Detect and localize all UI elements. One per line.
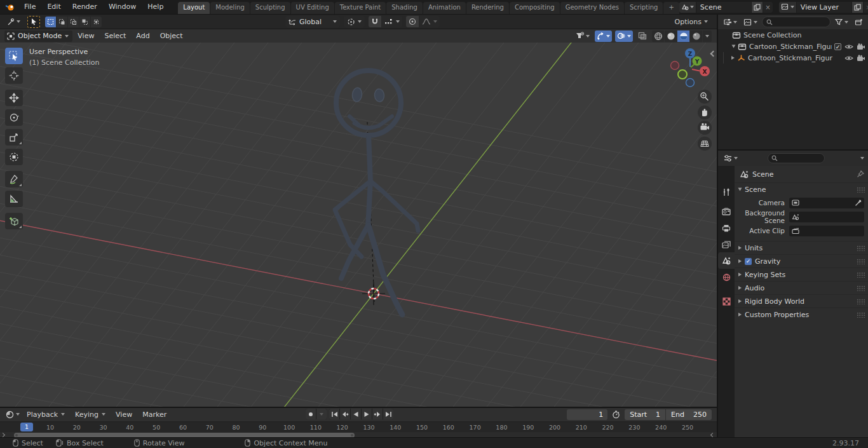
view-layer-new-button[interactable] xyxy=(852,2,863,13)
timeline-menu-playback[interactable]: Playback xyxy=(22,411,70,419)
timeline-menu-marker[interactable]: Marker xyxy=(137,411,172,419)
scene-browse-button[interactable] xyxy=(679,2,696,13)
select-mode-intersect[interactable] xyxy=(91,17,102,27)
workspace-tab-scripting[interactable]: Scripting xyxy=(625,2,663,14)
outliner-row-collection[interactable]: Cartoon_Stickman_Figure_Wa ✓ xyxy=(718,41,868,52)
menu-edit[interactable]: Edit xyxy=(41,0,66,14)
zoom-button[interactable] xyxy=(698,90,712,104)
object-expand-arrow[interactable] xyxy=(731,56,735,60)
outliner-search-input[interactable] xyxy=(762,17,831,27)
timeline-editor-type-button[interactable] xyxy=(4,409,22,420)
tool-move[interactable] xyxy=(5,90,23,106)
tool-annotate[interactable] xyxy=(5,171,23,187)
workspace-tab-compositing[interactable]: Compositing xyxy=(510,2,560,14)
panel-drag-dots[interactable] xyxy=(857,187,865,193)
use-preview-range-button[interactable] xyxy=(610,409,622,420)
workspace-tab-sculpting[interactable]: Sculpting xyxy=(250,2,290,14)
menu-object[interactable]: Object xyxy=(155,32,188,40)
outliner-display-mode-button[interactable] xyxy=(742,17,759,28)
navigation-gizmo[interactable]: Z Y X xyxy=(671,48,710,87)
scene-name-field[interactable]: Scene xyxy=(696,2,751,13)
outliner-row-scene-collection[interactable]: Scene Collection xyxy=(718,29,868,41)
panel-scene-header[interactable]: Scene xyxy=(735,182,868,196)
mode-selector[interactable]: Object Mode xyxy=(4,31,72,42)
panel-rigid-body-world[interactable]: Rigid Body World xyxy=(735,294,868,308)
options-dropdown[interactable]: Options xyxy=(672,16,710,27)
keying-options-dropdown[interactable] xyxy=(316,409,327,419)
tool-transform[interactable] xyxy=(5,149,23,165)
workspace-tab--[interactable]: + xyxy=(663,2,679,14)
camera-field[interactable] xyxy=(789,198,864,208)
shading-material-button[interactable] xyxy=(677,31,689,42)
axis-neg-x-ball[interactable] xyxy=(671,62,679,70)
axis-neg-y-ball[interactable] xyxy=(678,70,687,79)
view-layer-browse-button[interactable] xyxy=(779,2,796,13)
view-layer-remove-button[interactable]: × xyxy=(864,2,868,13)
tool-add-cube[interactable] xyxy=(5,213,23,229)
workspace-tab-shading[interactable]: Shading xyxy=(386,2,423,14)
auto-keying-button[interactable] xyxy=(306,409,316,419)
outliner-filter-button[interactable] xyxy=(833,17,850,28)
outliner-editor-type-button[interactable] xyxy=(721,17,739,28)
eyedropper-icon[interactable] xyxy=(855,200,862,207)
menu-select[interactable]: Select xyxy=(99,32,131,40)
properties-editor-type-button[interactable] xyxy=(722,153,740,164)
jump-to-end-button[interactable] xyxy=(383,409,393,419)
tool-scale[interactable] xyxy=(5,129,23,146)
hide-eye-icon[interactable] xyxy=(844,55,853,62)
end-frame-field[interactable]: End 250 xyxy=(666,409,712,420)
shading-rendered-button[interactable] xyxy=(690,31,702,42)
perspective-toggle-button[interactable] xyxy=(698,137,712,151)
collection-expand-arrow[interactable] xyxy=(732,45,736,48)
timeline-menu-keying[interactable]: Keying xyxy=(70,411,111,419)
play-reverse-button[interactable] xyxy=(351,409,361,419)
properties-search-input[interactable] xyxy=(768,153,825,163)
tab-output[interactable] xyxy=(718,220,735,236)
hide-eye-icon[interactable] xyxy=(844,43,853,50)
tool-measure[interactable] xyxy=(5,191,23,207)
tab-texture[interactable] xyxy=(718,293,735,309)
select-mode-invert[interactable] xyxy=(79,17,90,27)
scrollbar-collapse-icon[interactable] xyxy=(710,433,715,437)
disable-render-camera-icon[interactable] xyxy=(857,43,865,50)
axis-neg-z-ball[interactable] xyxy=(686,79,695,87)
select-mode-extend[interactable] xyxy=(57,17,67,27)
snap-toggle[interactable] xyxy=(369,16,381,27)
transform-orientation-dropdown[interactable]: Global xyxy=(285,16,340,27)
menu-add[interactable]: Add xyxy=(131,32,154,40)
view-layer-name-field[interactable]: View Layer xyxy=(797,2,851,13)
tab-view-layer[interactable] xyxy=(718,236,735,253)
workspace-tab-rendering[interactable]: Rendering xyxy=(466,2,509,14)
tool-cursor[interactable] xyxy=(5,67,23,84)
background-scene-field[interactable] xyxy=(789,212,864,222)
current-frame-field[interactable]: 1 xyxy=(567,409,607,420)
active-tool-indicator[interactable] xyxy=(27,16,40,28)
select-mode-subtract[interactable] xyxy=(68,17,79,27)
panel-units[interactable]: Units xyxy=(735,241,868,254)
select-mode-new[interactable] xyxy=(45,17,56,27)
menu-window[interactable]: Window xyxy=(103,0,142,14)
gizmos-toggle[interactable] xyxy=(595,31,612,42)
workspace-tab-geometry-nodes[interactable]: Geometry Nodes xyxy=(560,2,624,14)
overlays-toggle[interactable] xyxy=(615,31,633,42)
menu-file[interactable]: File xyxy=(18,0,41,14)
shading-wireframe-button[interactable] xyxy=(652,31,664,42)
scene-unlink-button[interactable]: × xyxy=(763,2,773,13)
shading-options-dropdown[interactable] xyxy=(703,31,712,42)
active-clip-field[interactable] xyxy=(789,226,864,236)
collection-checkbox[interactable]: ✓ xyxy=(834,43,841,50)
timeline-menu-view[interactable]: View xyxy=(111,411,137,419)
object-visibility-dropdown[interactable] xyxy=(574,31,592,42)
xray-toggle[interactable] xyxy=(636,31,649,42)
tool-rotate[interactable] xyxy=(5,109,23,126)
panel-keying-sets[interactable]: Keying Sets xyxy=(735,268,868,281)
pin-icon[interactable] xyxy=(857,170,864,178)
proportional-falloff-dropdown[interactable] xyxy=(419,16,440,27)
tool-select-box[interactable] xyxy=(5,48,23,64)
workspace-tab-layout[interactable]: Layout xyxy=(178,2,210,14)
properties-options-dropdown[interactable] xyxy=(860,157,864,160)
tab-scene[interactable] xyxy=(718,252,735,269)
tab-render[interactable] xyxy=(718,203,735,220)
previous-keyframe-button[interactable] xyxy=(340,409,350,419)
viewport-3d[interactable]: Z Y X User Perspective (1) Scene xyxy=(0,43,717,407)
